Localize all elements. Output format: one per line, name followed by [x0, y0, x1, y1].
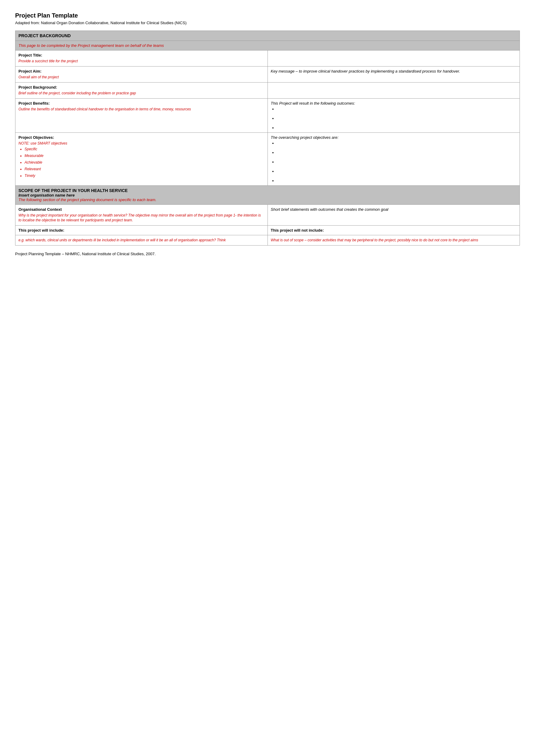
project-title-row: Project Title: Provide a succinct title …	[15, 50, 520, 67]
will-include-label: This project will include:	[18, 228, 65, 232]
project-benefits-content-cell: This Project will result in the followin…	[268, 98, 520, 132]
project-aim-content-cell: Key message – to improve clinical handov…	[268, 66, 520, 82]
page-subtitle: Adapted from: National Organ Donation Co…	[15, 20, 520, 26]
project-aim-label: Project Aim:	[18, 69, 265, 73]
org-context-label: Organisational Context	[18, 207, 265, 212]
project-background-hint: Brief outline of the project, consider i…	[18, 91, 265, 96]
project-objectives-note: NOTE: use SMART objectives	[18, 141, 265, 146]
footer: Project Planning Template – NHMRC, Natio…	[15, 252, 520, 256]
objectives-bullets	[277, 141, 517, 183]
will-include-content-row: e.g. which wards, clinical units or depa…	[15, 235, 520, 246]
project-benefits-label: Project Benefits:	[18, 101, 265, 106]
org-context-row: Organisational Context Why is the projec…	[15, 204, 520, 226]
project-objectives-label-cell: Project Objectives: NOTE: use SMART obje…	[15, 132, 268, 185]
project-title-content-cell	[268, 50, 520, 67]
project-background-row: Project Background: Brief outline of the…	[15, 82, 520, 98]
smart-timely: Timely	[24, 174, 265, 178]
will-include-hint: e.g. which wards, clinical units or depa…	[18, 238, 226, 242]
will-not-include-header-cell: This project will not include:	[268, 226, 520, 235]
project-objectives-content-cell: The overarching project objectives are:	[268, 132, 520, 185]
objective-bullet-4	[277, 169, 517, 174]
project-background-label-cell: Project Background: Brief outline of the…	[15, 82, 268, 98]
objective-bullet-5	[277, 178, 517, 183]
smart-measurable: Measurable	[24, 154, 265, 158]
scope-sub: The following section of the project pla…	[18, 198, 517, 202]
project-title-label: Project Title:	[18, 53, 265, 57]
project-title-hint: Provide a succinct title for the project	[18, 59, 265, 64]
main-table: PROJECT BACKGROUND This page to be compl…	[15, 31, 520, 246]
org-context-content: Short brief statements with outcomes tha…	[271, 207, 388, 212]
project-aim-hint: Overall aim of the project	[18, 75, 265, 80]
will-not-include-hint: What is out of scope – consider activiti…	[271, 238, 478, 242]
org-context-label-cell: Organisational Context Why is the projec…	[15, 204, 268, 226]
project-aim-row: Project Aim: Overall aim of the project …	[15, 66, 520, 82]
project-aim-label-cell: Project Aim: Overall aim of the project	[15, 66, 268, 82]
project-background-header-row: PROJECT BACKGROUND	[15, 31, 520, 41]
project-background-note-row: This page to be completed by the Project…	[15, 41, 520, 50]
project-benefits-label-cell: Project Benefits: Outline the benefits o…	[15, 98, 268, 132]
project-background-note-cell: This page to be completed by the Project…	[15, 41, 520, 50]
scope-title: SCOPE OF THE PROJECT IN YOUR HEALTH SERV…	[18, 188, 517, 193]
project-aim-content: Key message – to improve clinical handov…	[271, 69, 460, 73]
project-benefits-bullets	[277, 107, 517, 130]
project-background-header: PROJECT BACKGROUND	[15, 31, 520, 41]
scope-org: Insert organisation name here	[18, 193, 517, 198]
org-context-hint: Why is the project important for your or…	[18, 213, 265, 223]
org-context-content-cell: Short brief statements with outcomes tha…	[268, 204, 520, 226]
benefit-bullet-1	[277, 107, 517, 111]
smart-achievable: Achievable	[24, 160, 265, 165]
will-include-header-row: This project will include: This project …	[15, 226, 520, 235]
will-include-header-cell: This project will include:	[15, 226, 268, 235]
objective-bullet-1	[277, 141, 517, 146]
project-objectives-row: Project Objectives: NOTE: use SMART obje…	[15, 132, 520, 185]
project-benefits-row: Project Benefits: Outline the benefits o…	[15, 98, 520, 132]
project-background-content-cell	[268, 82, 520, 98]
page-title: Project Plan Template	[15, 12, 520, 19]
smart-relevant: Releveant	[24, 167, 265, 171]
project-benefits-hint: Outline the benefits of standardised cli…	[18, 107, 265, 112]
scope-header-cell: SCOPE OF THE PROJECT IN YOUR HEALTH SERV…	[15, 185, 520, 204]
project-objectives-label: Project Objectives:	[18, 135, 265, 140]
benefit-bullet-3	[277, 125, 517, 130]
project-benefits-content: This Project will result in the followin…	[271, 101, 517, 106]
scope-header-row: SCOPE OF THE PROJECT IN YOUR HEALTH SERV…	[15, 185, 520, 204]
objective-bullet-3	[277, 160, 517, 164]
smart-specific: Specific	[24, 147, 265, 151]
will-not-include-content-cell: What is out of scope – consider activiti…	[268, 235, 520, 246]
project-objectives-content: The overarching project objectives are:	[271, 135, 517, 140]
will-not-include-label: This project will not include:	[271, 228, 324, 232]
project-background-label: Project Background:	[18, 85, 265, 90]
objective-bullet-2	[277, 150, 517, 155]
project-title-label-cell: Project Title: Provide a succinct title …	[15, 50, 268, 67]
will-include-content-cell: e.g. which wards, clinical units or depa…	[15, 235, 268, 246]
benefit-bullet-2	[277, 116, 517, 121]
smart-list: Specific Measurable Achievable Releveant…	[24, 147, 265, 178]
